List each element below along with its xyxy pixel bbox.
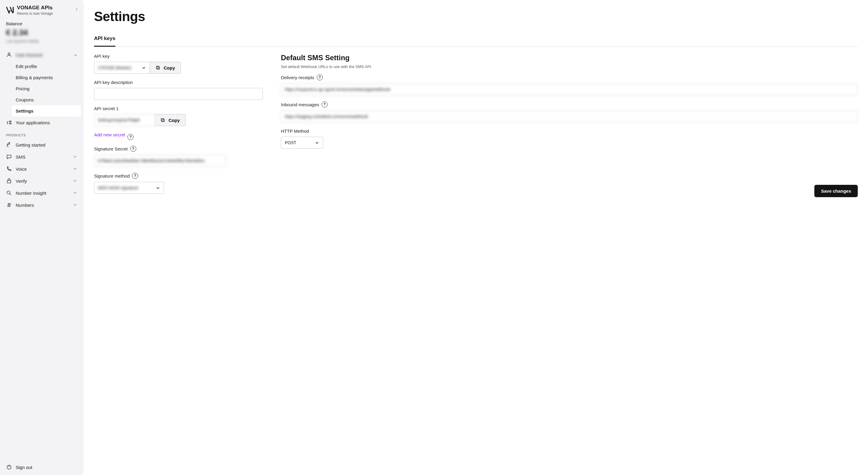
help-icon[interactable]: ? bbox=[127, 134, 133, 140]
chevron-down-icon bbox=[156, 186, 160, 190]
chevron-down-icon bbox=[73, 155, 78, 159]
inbound-label: Inbound messages bbox=[281, 102, 319, 107]
sig-secret-label: Signature Secret bbox=[94, 146, 128, 151]
nav-billing[interactable]: Billing & payments bbox=[12, 72, 81, 83]
brand-title: VONAGE APIs bbox=[17, 5, 53, 11]
search-icon bbox=[6, 190, 12, 196]
http-method-select[interactable]: POST bbox=[281, 137, 323, 149]
nav-coupons[interactable]: Coupons bbox=[12, 94, 81, 105]
sig-method-select[interactable]: MD5 HASH signature bbox=[94, 182, 164, 194]
svg-point-3 bbox=[7, 191, 10, 194]
brand-subtitle: Nexmo is now Vonage bbox=[17, 11, 53, 15]
api-key-select[interactable]: 2787b30 (Master) bbox=[94, 62, 150, 74]
nav-label: SMS bbox=[16, 155, 26, 160]
nav-voice[interactable]: Voice bbox=[0, 163, 84, 175]
svg-point-1 bbox=[9, 144, 10, 144]
nav-number-insight[interactable]: Number Insight bbox=[0, 187, 84, 199]
chevron-down-icon bbox=[73, 178, 78, 183]
sms-section-title: Default SMS Setting bbox=[281, 54, 858, 62]
user-name: User Account bbox=[16, 53, 42, 58]
nav-pricing[interactable]: Pricing bbox=[12, 83, 81, 94]
svg-rect-6 bbox=[156, 66, 159, 69]
nav-verify[interactable]: Verify bbox=[0, 175, 84, 187]
nav-label: Numbers bbox=[16, 203, 34, 208]
api-desc-input[interactable] bbox=[94, 88, 263, 100]
balance-amount: € 2.34 bbox=[6, 28, 78, 37]
page-title: Settings bbox=[94, 9, 858, 24]
copy-label: Copy bbox=[168, 118, 180, 123]
vonage-logo-icon bbox=[6, 6, 14, 14]
svg-rect-8 bbox=[161, 118, 164, 121]
nav-your-applications[interactable]: Your applications bbox=[0, 116, 84, 129]
copy-icon bbox=[160, 117, 165, 123]
sign-out-label: Sign out bbox=[16, 465, 32, 470]
nav-label: Voice bbox=[16, 166, 27, 172]
copy-label: Copy bbox=[164, 65, 175, 70]
apps-icon bbox=[6, 120, 12, 126]
delivery-label: Delivery receipts bbox=[281, 75, 314, 80]
power-icon bbox=[6, 464, 12, 470]
phone-icon bbox=[6, 166, 12, 172]
sidebar-nav: User Account Edit profile Billing & paym… bbox=[0, 45, 84, 459]
save-changes-button[interactable]: Save changes bbox=[814, 185, 858, 197]
copy-icon bbox=[155, 65, 161, 70]
chevron-up-icon bbox=[73, 53, 78, 57]
main-content: Settings API keys API key 2787b30 (Maste… bbox=[84, 0, 868, 475]
user-submenu: Edit profile Billing & payments Pricing … bbox=[0, 61, 84, 116]
balance-label: Balance bbox=[6, 21, 78, 26]
http-method-label: HTTP Method bbox=[281, 129, 858, 134]
sig-secret-input[interactable] bbox=[94, 155, 226, 167]
nav-label: Verify bbox=[16, 178, 27, 183]
help-icon[interactable]: ? bbox=[130, 146, 136, 152]
chevron-down-icon bbox=[142, 66, 146, 70]
svg-rect-2 bbox=[7, 180, 11, 183]
inbound-input[interactable] bbox=[281, 110, 858, 123]
sms-settings-column: Default SMS Setting Set default Webhook … bbox=[281, 54, 858, 197]
chevron-down-icon bbox=[73, 166, 78, 171]
add-new-secret-link[interactable]: Add new secret bbox=[94, 132, 125, 137]
hash-icon bbox=[6, 202, 12, 208]
copy-api-key-button[interactable]: Copy bbox=[150, 62, 181, 74]
nav-label: Number Insight bbox=[16, 191, 46, 196]
help-icon[interactable]: ? bbox=[317, 74, 323, 80]
sms-section-desc: Set default Webhook URLs to use with the… bbox=[281, 64, 858, 69]
nav-settings[interactable]: Settings bbox=[12, 105, 81, 116]
help-icon[interactable]: ? bbox=[132, 173, 138, 179]
nav-getting-started[interactable]: Getting started bbox=[0, 139, 84, 151]
api-secret-label: API secret 1 bbox=[94, 106, 263, 111]
sig-method-label: Signature method bbox=[94, 173, 130, 178]
http-method-value: POST bbox=[285, 140, 312, 145]
nav-label: Getting started bbox=[16, 142, 45, 147]
nav-edit-profile[interactable]: Edit profile bbox=[12, 61, 81, 72]
api-desc-label: API key description bbox=[94, 80, 263, 85]
chevron-down-icon bbox=[73, 203, 78, 207]
copy-api-secret-button[interactable]: Copy bbox=[154, 114, 186, 126]
svg-rect-5 bbox=[157, 67, 159, 69]
user-icon bbox=[6, 52, 12, 58]
user-menu-toggle[interactable]: User Account bbox=[0, 49, 84, 61]
sig-method-value: MD5 HASH signature bbox=[98, 185, 153, 190]
svg-point-0 bbox=[8, 53, 10, 55]
chevron-down-icon bbox=[73, 191, 78, 195]
nav-sms[interactable]: SMS bbox=[0, 151, 84, 163]
sidebar-header: VONAGE APIs Nexmo is now Vonage bbox=[0, 0, 84, 18]
api-keys-column: API key 2787b30 (Master) Cop bbox=[94, 54, 263, 200]
svg-rect-7 bbox=[162, 119, 164, 122]
delivery-input[interactable] bbox=[281, 83, 858, 95]
sign-out-button[interactable]: Sign out bbox=[0, 459, 84, 475]
api-key-label: API key bbox=[94, 54, 263, 59]
chat-icon bbox=[6, 154, 12, 160]
rocket-icon bbox=[6, 142, 12, 148]
nav-numbers[interactable]: Numbers bbox=[0, 199, 84, 211]
lock-icon bbox=[6, 178, 12, 184]
collapse-sidebar-button[interactable] bbox=[74, 7, 80, 12]
api-secret-input[interactable] bbox=[94, 114, 154, 126]
api-key-value: 2787b30 (Master) bbox=[98, 65, 138, 70]
help-icon[interactable]: ? bbox=[321, 101, 328, 107]
nav-label: Your applications bbox=[16, 120, 50, 125]
products-section-label: PRODUCTS bbox=[0, 129, 84, 139]
chevron-down-icon bbox=[315, 141, 319, 145]
tab-api-keys[interactable]: API keys bbox=[94, 33, 116, 47]
sidebar: VONAGE APIs Nexmo is now Vonage Balance … bbox=[0, 0, 84, 475]
balance-sub: Last payment details bbox=[6, 39, 78, 43]
